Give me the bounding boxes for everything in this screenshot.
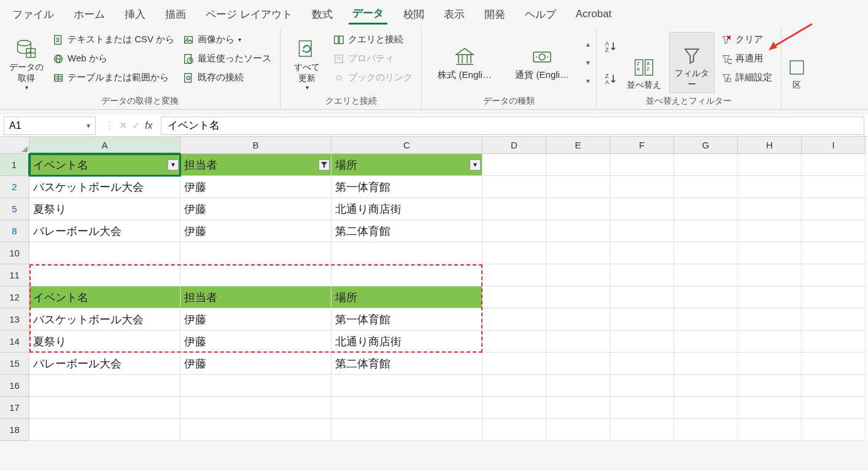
- cell[interactable]: [610, 198, 674, 220]
- menu-draw[interactable]: 描画: [161, 5, 190, 24]
- cell[interactable]: [674, 286, 738, 308]
- cell[interactable]: [610, 220, 674, 242]
- cell[interactable]: [180, 419, 331, 441]
- cell[interactable]: [546, 397, 610, 419]
- row-header[interactable]: 13: [0, 308, 29, 331]
- formula-input[interactable]: イベント名: [161, 117, 864, 135]
- cell[interactable]: [738, 154, 802, 176]
- name-box[interactable]: A1 ▾: [4, 117, 96, 135]
- cell[interactable]: [546, 308, 610, 331]
- datatype-more-icon[interactable]: ▾: [586, 77, 590, 85]
- cell[interactable]: [482, 331, 546, 353]
- cell[interactable]: [802, 220, 866, 242]
- cell[interactable]: 第二体育館: [331, 220, 482, 242]
- cell[interactable]: [331, 242, 482, 264]
- cell[interactable]: [546, 220, 610, 242]
- menu-data[interactable]: データ: [349, 4, 387, 25]
- confirm-icon[interactable]: ✓: [132, 120, 140, 131]
- cell[interactable]: [331, 419, 482, 441]
- cell[interactable]: [180, 242, 331, 264]
- cell[interactable]: バレーボール大会: [29, 353, 180, 375]
- menu-formulas[interactable]: 数式: [308, 5, 336, 24]
- menu-developer[interactable]: 開発: [481, 5, 509, 24]
- col-header-c[interactable]: C: [331, 137, 482, 154]
- col-header-g[interactable]: G: [674, 137, 738, 154]
- cell[interactable]: [29, 419, 180, 441]
- cell[interactable]: [29, 375, 180, 397]
- col-header-d[interactable]: D: [482, 137, 546, 154]
- cell[interactable]: [738, 176, 802, 198]
- col-header-b[interactable]: B: [180, 137, 331, 154]
- cell[interactable]: [738, 242, 802, 264]
- cell[interactable]: バレーボール大会: [29, 220, 180, 242]
- cell[interactable]: [738, 308, 802, 331]
- cell[interactable]: [610, 176, 674, 198]
- cell[interactable]: [610, 308, 674, 331]
- advanced-filter-button[interactable]: 詳細設定: [718, 70, 775, 85]
- row-header[interactable]: 2: [0, 176, 29, 198]
- menu-help[interactable]: ヘルプ: [521, 5, 560, 24]
- cell-b12[interactable]: 担当者: [180, 286, 331, 308]
- cell[interactable]: [546, 375, 610, 397]
- currency-button[interactable]: 通貨 (Engli…: [505, 42, 579, 83]
- clear-filter-button[interactable]: クリア: [718, 32, 775, 47]
- cell[interactable]: [610, 397, 674, 419]
- menu-file[interactable]: ファイル: [9, 5, 58, 24]
- row-header[interactable]: 5: [0, 198, 29, 220]
- col-header-f[interactable]: F: [610, 137, 674, 154]
- cell[interactable]: [482, 242, 546, 264]
- workbook-links-button[interactable]: ブックのリンク: [331, 70, 415, 85]
- cell[interactable]: [331, 375, 482, 397]
- select-all-corner[interactable]: [0, 137, 29, 154]
- cell[interactable]: [674, 353, 738, 375]
- cell[interactable]: [674, 419, 738, 441]
- cell[interactable]: 北通り商店街: [331, 331, 482, 353]
- cell[interactable]: [482, 375, 546, 397]
- cell-c1[interactable]: 場所 ▼: [331, 154, 482, 176]
- get-data-button[interactable]: データの 取得 ▾: [6, 32, 47, 93]
- cell[interactable]: [802, 353, 866, 375]
- cell[interactable]: [482, 264, 546, 286]
- cell[interactable]: [546, 198, 610, 220]
- cell[interactable]: 伊藤: [180, 176, 331, 198]
- cell[interactable]: [610, 242, 674, 264]
- cell[interactable]: [802, 198, 866, 220]
- cell[interactable]: [610, 264, 674, 286]
- cell[interactable]: [29, 264, 180, 286]
- cell[interactable]: [546, 286, 610, 308]
- cell[interactable]: [546, 242, 610, 264]
- cell[interactable]: [29, 397, 180, 419]
- menu-acrobat[interactable]: Acrobat: [572, 6, 616, 23]
- cell[interactable]: [546, 264, 610, 286]
- recent-sources-button[interactable]: 最近使ったソース: [180, 51, 274, 66]
- cell-c12[interactable]: 場所: [331, 286, 482, 308]
- cell-a12[interactable]: イベント名: [29, 286, 180, 308]
- reapply-button[interactable]: 再適用: [718, 51, 775, 66]
- cell[interactable]: [738, 353, 802, 375]
- cell[interactable]: [610, 286, 674, 308]
- cell[interactable]: [180, 397, 331, 419]
- row-header[interactable]: 14: [0, 331, 29, 353]
- menu-page-layout[interactable]: ページ レイアウト: [202, 5, 296, 24]
- cell[interactable]: [180, 375, 331, 397]
- cell[interactable]: 伊藤: [180, 331, 331, 353]
- cell[interactable]: [610, 353, 674, 375]
- datatype-up-icon[interactable]: ▴: [586, 40, 590, 48]
- cell[interactable]: [610, 154, 674, 176]
- cell[interactable]: 北通り商店街: [331, 198, 482, 220]
- cell[interactable]: 伊藤: [180, 220, 331, 242]
- cell[interactable]: [674, 220, 738, 242]
- cell[interactable]: [29, 242, 180, 264]
- cell[interactable]: [738, 375, 802, 397]
- refresh-all-button[interactable]: すべて 更新 ▾: [287, 32, 327, 93]
- filter-active-icon[interactable]: [319, 159, 330, 170]
- row-header[interactable]: 10: [0, 242, 29, 264]
- cell[interactable]: [802, 331, 866, 353]
- cell[interactable]: 夏祭り: [29, 331, 180, 353]
- cell[interactable]: [546, 419, 610, 441]
- col-header-i[interactable]: I: [802, 137, 866, 154]
- cell[interactable]: [738, 198, 802, 220]
- cell[interactable]: [738, 220, 802, 242]
- cell[interactable]: [802, 308, 866, 331]
- cell[interactable]: [546, 331, 610, 353]
